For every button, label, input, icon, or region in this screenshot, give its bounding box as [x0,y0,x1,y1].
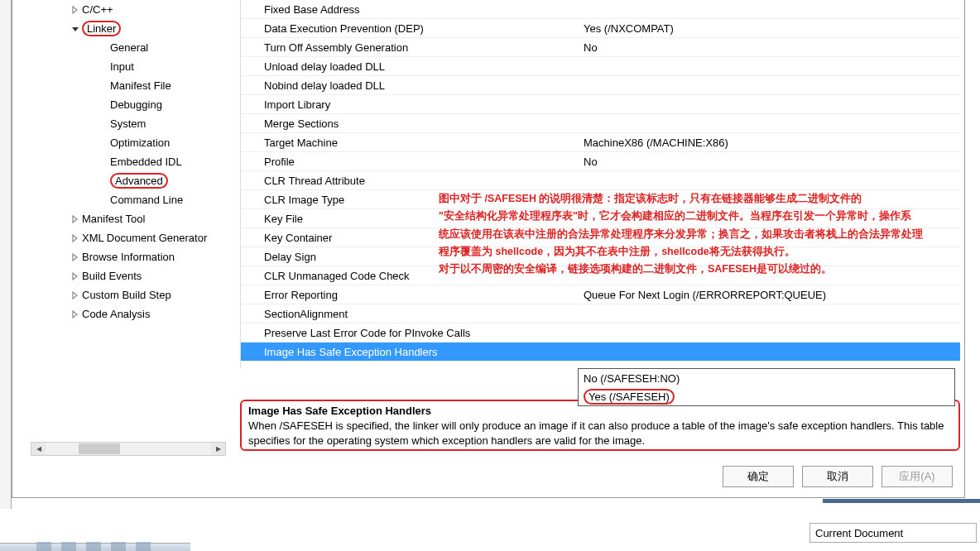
tree-label: C/C++ [82,3,113,16]
taskbar-icon[interactable] [86,542,101,552]
property-name: Fixed Base Address [241,3,579,16]
property-pages-dialog: C/C++LinkerGeneralInputManifest FileDebu… [12,0,965,498]
tree-arrow-icon [98,176,108,186]
annotation-line: 程序覆盖为 shellcode，因为其不在表中注册，shellcode将无法获得… [439,243,960,261]
description-title: Image Has Safe Exception Handlers [248,405,952,417]
property-value[interactable]: Yes (/NXCOMPAT) [579,22,960,35]
tree-item[interactable]: Input [31,57,228,76]
taskbar-icon[interactable] [136,542,151,552]
tree-arrow-icon [98,81,108,91]
config-tree[interactable]: C/C++LinkerGeneralInputManifest FileDebu… [31,0,228,451]
tree-arrow-icon [98,43,108,53]
property-row[interactable]: Fixed Base Address [241,0,960,19]
taskbar-icon[interactable] [111,542,126,552]
tree-item[interactable]: Linker [31,19,228,38]
tree-arrow-icon [70,290,80,300]
property-row[interactable]: Preserve Last Error Code for PInvoke Cal… [241,323,960,343]
property-row[interactable]: Import Library [241,95,960,114]
tree-label: General [110,41,148,54]
tree-item[interactable]: C/C++ [31,0,228,19]
property-value[interactable]: MachineX86 (/MACHINE:X86) [579,137,960,149]
tree-label: Embedded IDL [110,156,182,168]
tree-item[interactable]: Manifest File [31,76,228,95]
tree-item[interactable]: Command Line [31,190,228,209]
property-name: Profile [241,156,579,168]
property-row[interactable]: Data Execution Prevention (DEP)Yes (/NXC… [241,19,960,38]
tree-item[interactable]: Browse Information [31,247,228,266]
tree-arrow-icon [70,233,80,243]
dialog-buttons: 确定 取消 应用(A) [723,466,953,487]
ok-button[interactable]: 确定 [723,466,794,487]
dropdown-item[interactable]: Yes (/SAFESEH) [579,387,954,405]
property-row[interactable]: Target MachineMachineX86 (/MACHINE:X86) [241,133,960,152]
property-name: CLR Thread Attribute [241,175,579,187]
tree-item[interactable]: General [31,38,228,57]
tree-label: System [110,117,146,130]
property-row[interactable]: Error ReportingQueue For Next Login (/ER… [241,285,960,304]
dropdown-text: Current Document [815,527,903,539]
property-row[interactable]: CLR Thread Attribute [241,171,960,190]
background-panel [0,0,12,509]
safeseh-dropdown-list[interactable]: No (/SAFESEH:NO)Yes (/SAFESEH) [578,368,955,406]
dropdown-item-label: Yes (/SAFESEH) [584,389,675,405]
tree-horizontal-scrollbar[interactable]: ◀ ▶ [31,442,226,456]
property-row[interactable]: SectionAlignment [241,304,960,323]
tree-label: Optimization [110,137,170,149]
property-row[interactable]: ProfileNo [241,152,960,171]
tree-label: Linker [82,21,121,36]
property-row[interactable]: Merge Sections [241,114,960,133]
tree-arrow-icon [98,119,108,129]
current-document-dropdown[interactable]: Current Document [809,523,977,543]
taskbar-icon[interactable] [36,542,51,552]
cancel-button[interactable]: 取消 [802,466,873,487]
taskbar-icon[interactable] [61,542,76,552]
property-name: Image Has Safe Exception Handlers [241,346,579,358]
description-panel: Image Has Safe Exception Handlers When /… [240,400,960,451]
property-name: Merge Sections [241,117,579,130]
scroll-left-arrow[interactable]: ◀ [31,443,46,455]
property-value[interactable]: Queue For Next Login (/ERRORREPORT:QUEUE… [579,289,960,301]
property-name: Nobind delay loaded DLL [241,79,579,92]
tree-arrow-icon [70,271,80,281]
tree-item[interactable]: Optimization [31,133,228,152]
tree-label: Input [110,60,134,73]
property-name: Data Execution Prevention (DEP) [241,22,579,35]
tree-item[interactable]: Manifest Tool [31,209,228,228]
property-row[interactable]: Image Has Safe Exception Handlers [241,343,960,362]
property-row[interactable]: Unload delay loaded DLL [241,57,960,76]
tree-arrow-icon [98,157,108,167]
dropdown-item[interactable]: No (/SAFESEH:NO) [579,369,954,387]
tree-arrow-icon [98,138,108,148]
tree-label: Manifest Tool [82,213,145,225]
tree-item[interactable]: Embedded IDL [31,152,228,171]
property-row[interactable]: Turn Off Assembly GenerationNo [241,38,960,57]
tree-label: Debugging [110,98,162,111]
tree-label: Custom Build Step [82,289,171,301]
tree-arrow-icon [70,214,80,224]
annotation-line: 对于以不周密的安全编译，链接选项构建的二进制文件，SAFESEH是可以绕过的。 [439,261,960,278]
property-value[interactable]: No [579,156,960,168]
tree-item[interactable]: System [31,114,228,133]
tree-item[interactable]: Debugging [31,95,228,114]
tree-label: XML Document Generator [82,232,207,244]
property-name: Error Reporting [241,289,579,301]
tree-item[interactable]: Code Analysis [31,304,228,323]
property-value[interactable]: No [579,41,960,54]
scroll-right-arrow[interactable]: ▶ [211,443,225,455]
tree-label: Manifest File [110,79,171,92]
property-name: Unload delay loaded DLL [241,60,579,73]
annotation-text: 图中对于 /SAFESEH 的说明很清楚：指定该标志时，只有在链接器能够生成二进… [439,190,960,278]
tree-label: Browse Information [82,251,175,263]
apply-button[interactable]: 应用(A) [882,466,953,487]
tree-arrow-icon [98,62,108,72]
property-name: Turn Off Assembly Generation [241,41,579,54]
scroll-thumb[interactable] [79,443,120,454]
tree-arrow-icon [98,100,108,110]
property-grid[interactable]: Fixed Base AddressData Execution Prevent… [240,0,960,368]
tree-item[interactable]: XML Document Generator [31,228,228,247]
tree-arrow-icon [70,309,80,319]
tree-item[interactable]: Advanced [31,171,228,190]
tree-item[interactable]: Custom Build Step [31,285,228,304]
property-row[interactable]: Nobind delay loaded DLL [241,76,960,95]
tree-item[interactable]: Build Events [31,266,228,285]
